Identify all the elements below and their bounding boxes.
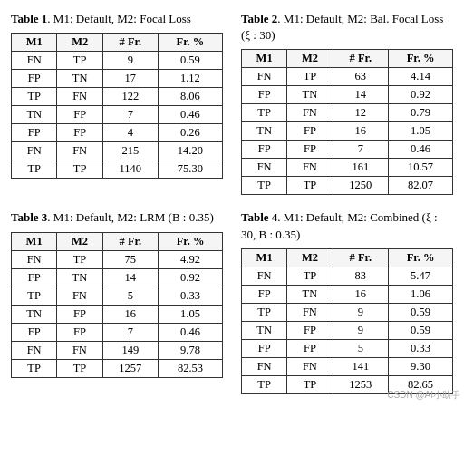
table1-cell-2-1: FN — [57, 88, 102, 106]
table2-cell-4-2: 7 — [333, 141, 389, 159]
table4-cell-1-1: TN — [287, 285, 333, 303]
table4-cell-2-1: FN — [287, 303, 333, 321]
table3-cell-5-3: 9.78 — [159, 341, 223, 359]
table4-row-1: FPTN161.06 — [242, 285, 453, 303]
table1-cell-4-1: FP — [57, 124, 102, 142]
table3-cell-4-1: FP — [57, 323, 102, 341]
table4-cell-3-3: 0.59 — [389, 321, 453, 339]
table2-col-fr: # Fr. — [333, 50, 389, 68]
table4-row-0: FNTP835.47 — [242, 267, 453, 285]
table2-cell-1-0: FP — [242, 86, 287, 104]
table4-cell-5-3: 9.30 — [389, 357, 453, 375]
table3-cell-5-1: FN — [57, 341, 102, 359]
table2-caption: Table 2. M1: Default, M2: Bal. Focal Los… — [241, 11, 453, 44]
table3-caption: Table 3. M1: Default, M2: LRM (B : 0.35) — [11, 209, 223, 226]
table1-cell-4-3: 0.26 — [158, 124, 222, 142]
table4-cell-6-1: TP — [287, 375, 333, 393]
watermark-label: CSDN @AI小助手 — [387, 389, 460, 402]
table4-row-5: FNFN1419.30 — [242, 357, 453, 375]
table2-row-1: FPTN140.92 — [242, 86, 453, 104]
table4-cell-4-3: 0.33 — [389, 339, 453, 357]
table3-header-row: M1M2# Fr.Fr. % — [12, 232, 223, 250]
table2-cell-6-0: TP — [242, 177, 287, 195]
table2-cell-5-2: 161 — [333, 159, 389, 177]
table2-cell-5-1: FN — [287, 159, 333, 177]
table2-cell-4-0: FP — [242, 141, 287, 159]
table2-cell-1-2: 14 — [333, 86, 389, 104]
table4-cell-0-2: 83 — [333, 267, 389, 285]
table3-cell-3-1: FP — [57, 305, 102, 323]
table2-cell-4-3: 0.46 — [389, 141, 453, 159]
table4-cell-3-0: TN — [242, 321, 287, 339]
table1-col-m1: M1 — [12, 34, 57, 52]
table2-cell-2-0: TP — [242, 104, 287, 122]
table2-row-2: TPFN120.79 — [242, 104, 453, 122]
table3-cell-5-2: 149 — [102, 341, 159, 359]
table4-cell-1-2: 16 — [333, 285, 389, 303]
table3-cell-2-2: 5 — [102, 287, 159, 305]
table1-block: Table 1. M1: Default, M2: Focal LossM1M2… — [11, 11, 223, 195]
table1-row-4: FPFP40.26 — [12, 124, 223, 142]
table3-col-fr: # Fr. — [102, 232, 159, 250]
table2-cell-0-3: 4.14 — [389, 68, 453, 86]
table1-cell-6-1: TP — [57, 160, 102, 179]
table1-cell-3-0: TN — [12, 106, 57, 124]
table3-row-6: TPTP125782.53 — [12, 359, 223, 377]
table3-block: Table 3. M1: Default, M2: LRM (B : 0.35)… — [11, 209, 223, 393]
table1-cell-6-3: 75.30 — [158, 160, 222, 179]
table3-row-1: FPTN140.92 — [12, 268, 223, 287]
table3-cell-1-2: 14 — [102, 268, 159, 287]
table1-col-fr: Fr. % — [158, 34, 222, 52]
table2-header-row: M1M2# Fr.Fr. % — [242, 50, 453, 68]
table3-table: M1M2# Fr.Fr. %FNTP754.92FPTN140.92TPFN50… — [11, 232, 223, 378]
table2-col-fr: Fr. % — [389, 50, 453, 68]
table3-cell-2-3: 0.33 — [159, 287, 223, 305]
table1-cell-3-3: 0.46 — [158, 106, 222, 124]
table3-col-fr: Fr. % — [159, 232, 223, 250]
table3-cell-4-3: 0.46 — [159, 323, 223, 341]
table4-cell-2-2: 9 — [333, 303, 389, 321]
table2-cell-3-0: TN — [242, 122, 287, 141]
table2-cell-0-0: FN — [242, 68, 287, 86]
table4-row-4: FPFP50.33 — [242, 339, 453, 357]
table3-row-3: TNFP161.05 — [12, 305, 223, 323]
table1-cell-1-3: 1.12 — [158, 70, 222, 88]
table1-cell-1-1: TN — [57, 70, 102, 88]
table2-col-m2: M2 — [287, 50, 333, 68]
table4-caption-num: Table 4 — [241, 210, 277, 224]
table4-caption: Table 4. M1: Default, M2: Combined (ξ : … — [241, 209, 453, 242]
table1-cell-0-3: 0.59 — [158, 52, 222, 70]
table1-cell-4-0: FP — [12, 124, 57, 142]
table4-col-fr: Fr. % — [389, 248, 453, 267]
table1-caption: Table 1. M1: Default, M2: Focal Loss — [11, 11, 223, 27]
table1-cell-0-0: FN — [12, 52, 57, 70]
table4-cell-3-2: 9 — [333, 321, 389, 339]
table4-block: Table 4. M1: Default, M2: Combined (ξ : … — [241, 209, 453, 393]
table3-cell-1-0: FP — [12, 268, 57, 287]
tables-container: Table 1. M1: Default, M2: Focal LossM1M2… — [11, 11, 453, 394]
table4-row-3: TNFP90.59 — [242, 321, 453, 339]
table2-row-3: TNFP161.05 — [242, 122, 453, 141]
table1-cell-5-3: 14.20 — [158, 142, 222, 160]
table3-cell-4-0: FP — [12, 323, 57, 341]
table1-cell-1-2: 17 — [102, 70, 158, 88]
table4-cell-3-1: FP — [287, 321, 333, 339]
table1-row-1: FPTN171.12 — [12, 70, 223, 88]
table1-cell-5-0: FN — [12, 142, 57, 160]
table4-cell-2-3: 0.59 — [389, 303, 453, 321]
table1-row-3: TNFP70.46 — [12, 106, 223, 124]
table2-cell-3-3: 1.05 — [389, 122, 453, 141]
table1-cell-1-0: FP — [12, 70, 57, 88]
table1-cell-0-1: TP — [57, 52, 102, 70]
table2-cell-5-0: FN — [242, 159, 287, 177]
table3-cell-6-1: TP — [57, 359, 102, 377]
table3-cell-3-3: 1.05 — [159, 305, 223, 323]
table2-row-6: TPTP125082.07 — [242, 177, 453, 195]
table2-cell-2-3: 0.79 — [389, 104, 453, 122]
table1-caption-text: . M1: Default, M2: Focal Loss — [47, 12, 191, 25]
table2-row-0: FNTP634.14 — [242, 68, 453, 86]
table3-cell-3-2: 16 — [102, 305, 159, 323]
table1-cell-5-1: FN — [57, 142, 102, 160]
table3-cell-1-1: TN — [57, 268, 102, 287]
table1-row-6: TPTP114075.30 — [12, 160, 223, 179]
